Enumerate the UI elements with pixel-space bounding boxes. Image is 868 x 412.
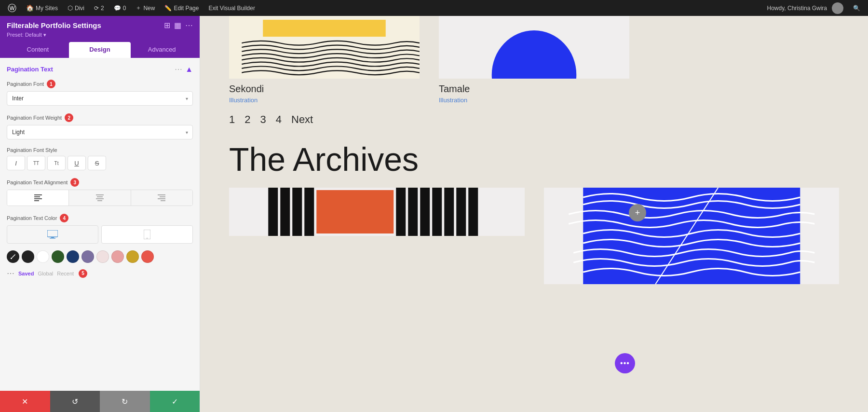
section-collapse-icon[interactable]: ▲ bbox=[185, 65, 193, 74]
my-sites-item[interactable]: 🏠 My Sites bbox=[22, 0, 62, 16]
color-swatch-red[interactable] bbox=[141, 250, 154, 263]
color-swatch-black[interactable] bbox=[22, 250, 34, 263]
house-icon: 🏠 bbox=[26, 4, 34, 12]
page-1[interactable]: 1 bbox=[229, 113, 235, 126]
avatar-icon bbox=[832, 2, 843, 14]
three-dots-button[interactable]: ••• bbox=[615, 353, 635, 373]
underline-button[interactable]: U bbox=[68, 156, 86, 170]
page-next[interactable]: Next bbox=[291, 113, 313, 126]
undo-button[interactable]: ↺ bbox=[50, 391, 100, 412]
search-admin-item[interactable]: 🔍 bbox=[849, 5, 864, 12]
color-tab-global[interactable]: Global bbox=[38, 271, 53, 276]
preset-chevron: ▾ bbox=[43, 32, 46, 38]
svg-rect-13 bbox=[51, 237, 54, 238]
section-title: Pagination Text bbox=[7, 66, 53, 73]
svg-rect-22 bbox=[292, 188, 302, 236]
exit-builder-item[interactable]: Exit Visual Builder bbox=[204, 0, 259, 16]
wp-icon: ⓦ bbox=[8, 2, 16, 14]
page-4[interactable]: 4 bbox=[276, 113, 282, 126]
tab-content[interactable]: Content bbox=[7, 42, 69, 58]
admin-bar-right: Howdy, Christina Gwira 🔍 bbox=[763, 2, 864, 14]
svg-rect-25 bbox=[396, 188, 406, 236]
step-5-badge: 5 bbox=[79, 269, 87, 278]
italic-button[interactable]: I bbox=[7, 156, 25, 170]
color-swatch-purple[interactable] bbox=[81, 250, 94, 263]
tamale-artwork bbox=[439, 16, 629, 79]
save-button[interactable]: ✓ bbox=[150, 391, 200, 412]
three-dots-icon: ••• bbox=[620, 359, 630, 368]
color-swatch-navy[interactable] bbox=[67, 250, 79, 263]
page-3[interactable]: 3 bbox=[260, 113, 266, 126]
wp-logo-item[interactable]: ⓦ bbox=[4, 0, 20, 16]
font-style-buttons: I TT Tt U S bbox=[7, 156, 193, 170]
divi-label: Divi bbox=[75, 5, 84, 12]
more-icon[interactable]: ⋯ bbox=[185, 21, 193, 30]
color-swatch-salmon[interactable] bbox=[111, 250, 124, 263]
pagination-text-color-label: Pagination Text Color 4 bbox=[7, 214, 193, 222]
color-tab-recent[interactable]: Recent bbox=[57, 271, 74, 276]
eyedropper-icon bbox=[10, 254, 16, 260]
section-heading: Pagination Text ⋯ ▲ bbox=[7, 65, 193, 74]
bubble-count: 0 bbox=[123, 5, 126, 12]
comment-bubble-item[interactable]: 💬 0 bbox=[110, 0, 130, 16]
bottom-item-left bbox=[229, 188, 525, 286]
panel-body: Pagination Text ⋯ ▲ Pagination Font 1 In… bbox=[0, 58, 200, 391]
color-swatch-white[interactable] bbox=[37, 250, 49, 263]
eyedropper-swatch[interactable] bbox=[7, 250, 19, 263]
sekondi-category[interactable]: Illustration bbox=[229, 96, 420, 104]
comments-item[interactable]: ⟳ 2 bbox=[90, 0, 108, 16]
page-2[interactable]: 2 bbox=[244, 113, 250, 126]
color-field-row bbox=[7, 225, 193, 244]
sekondi-artwork bbox=[229, 16, 420, 79]
howdy-item[interactable]: Howdy, Christina Gwira bbox=[763, 2, 847, 14]
color-more-icon[interactable]: ⋯ bbox=[7, 269, 14, 278]
pagination-font-weight-select[interactable]: Light bbox=[7, 125, 193, 139]
section-more-icon[interactable]: ⋯ bbox=[175, 65, 182, 74]
mobile-color-button[interactable] bbox=[101, 225, 193, 244]
color-swatch-gold[interactable] bbox=[126, 250, 139, 263]
color-tabs: ⋯ Saved Global Recent 5 bbox=[7, 269, 193, 278]
panel-title-icons: ⊞ ▦ ⋯ bbox=[164, 21, 193, 30]
add-circle-button[interactable]: + bbox=[629, 204, 646, 221]
redo-button[interactable]: ↻ bbox=[100, 391, 150, 412]
align-center-button[interactable] bbox=[69, 190, 131, 206]
exit-builder-label: Exit Visual Builder bbox=[208, 5, 255, 12]
color-swatch-light-pink[interactable] bbox=[96, 250, 109, 263]
bottom-item-right bbox=[544, 188, 840, 286]
close-button[interactable]: ✕ bbox=[0, 391, 50, 412]
align-left-button[interactable] bbox=[7, 190, 69, 206]
panel-tabs: Content Design Advanced bbox=[7, 42, 193, 58]
panel-header: Filterable Portfolio Settings ⊞ ▦ ⋯ Pres… bbox=[0, 16, 200, 58]
new-item[interactable]: ＋ New bbox=[132, 0, 159, 16]
align-right-button[interactable] bbox=[131, 190, 192, 206]
pagination-font-select[interactable]: Inter bbox=[7, 91, 193, 106]
pagination-font-weight-select-wrapper: Light ▾ bbox=[7, 125, 193, 139]
grid-icon[interactable]: ▦ bbox=[174, 21, 181, 30]
svg-rect-10 bbox=[158, 198, 165, 199]
all-caps-button[interactable]: TT bbox=[27, 156, 45, 170]
divi-item[interactable]: ⬡ Divi bbox=[64, 0, 88, 16]
new-label: New bbox=[143, 5, 155, 12]
desktop-color-button[interactable] bbox=[7, 225, 98, 244]
panel-title: Filterable Portfolio Settings bbox=[7, 21, 101, 29]
edit-page-item[interactable]: ✏️ Edit Page bbox=[161, 0, 203, 16]
svg-rect-0 bbox=[34, 194, 42, 195]
resize-icon[interactable]: ⊞ bbox=[164, 21, 170, 30]
color-swatch-dark-green[interactable] bbox=[52, 250, 64, 263]
strikethrough-button[interactable]: S bbox=[88, 156, 106, 170]
svg-rect-29 bbox=[444, 188, 454, 236]
align-center-icon bbox=[96, 194, 104, 201]
svg-rect-23 bbox=[304, 188, 314, 236]
striped-artwork bbox=[229, 188, 525, 236]
tamale-category[interactable]: Illustration bbox=[439, 96, 629, 104]
tab-advanced[interactable]: Advanced bbox=[131, 42, 193, 58]
color-tab-saved[interactable]: Saved bbox=[18, 271, 34, 276]
svg-rect-28 bbox=[432, 188, 442, 236]
settings-panel: Filterable Portfolio Settings ⊞ ▦ ⋯ Pres… bbox=[0, 16, 200, 412]
step-3-badge: 3 bbox=[70, 178, 79, 187]
preset-row[interactable]: Preset: Default ▾ bbox=[7, 32, 193, 38]
tab-design[interactable]: Design bbox=[69, 42, 131, 58]
capitalize-button[interactable]: Tt bbox=[47, 156, 66, 170]
svg-rect-31 bbox=[468, 188, 478, 236]
mobile-icon bbox=[144, 230, 150, 239]
